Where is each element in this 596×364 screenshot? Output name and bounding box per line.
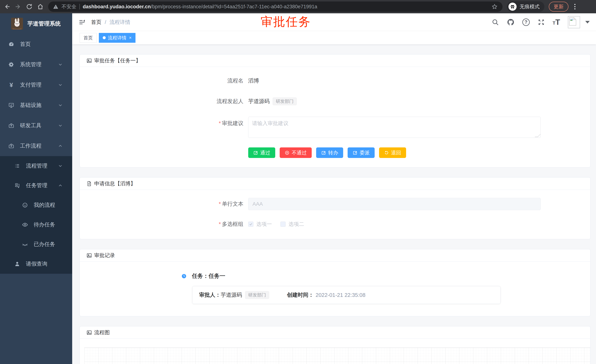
document-icon bbox=[86, 181, 92, 186]
red-annotation: 审批任务 bbox=[261, 14, 311, 30]
breadcrumb-separator: / bbox=[105, 19, 106, 25]
approval-actions: 通过 不通过 转办 委 bbox=[80, 147, 590, 158]
active-dot bbox=[103, 36, 106, 39]
process-name-value: 滔博 bbox=[248, 77, 259, 85]
reject-button[interactable]: 不通过 bbox=[280, 147, 312, 158]
url-path: /bpm/process-instance/detail?id=54aa251f… bbox=[151, 4, 317, 9]
sidebar-collapse-icon[interactable] bbox=[78, 19, 86, 26]
url-host: dashboard.yudao.iocoder.cn bbox=[83, 4, 151, 9]
bpmn-canvas[interactable] bbox=[84, 348, 590, 364]
sidebar-item-infra[interactable]: 基础设施 bbox=[0, 95, 72, 116]
sidebar-item-label: 待办任务 bbox=[34, 221, 55, 228]
sidebar-item-payment[interactable]: ¥ 支付管理 bbox=[0, 75, 72, 95]
sidebar-item-workflow[interactable]: 工作流程 bbox=[0, 136, 72, 156]
briefcase-icon bbox=[8, 143, 15, 149]
checkbox-checked-icon bbox=[248, 222, 253, 227]
chevron-up-icon bbox=[58, 143, 63, 148]
checkbox-group-row: *多选框组 选项一 bbox=[80, 220, 590, 228]
sidebar-logo-row[interactable]: 芋道管理系统 bbox=[0, 13, 72, 34]
suggestion-label: *审批建议 bbox=[80, 117, 243, 127]
top-navbar: 首页 / 流程详情 ? TT bbox=[72, 13, 596, 31]
chevron-down-icon bbox=[58, 62, 63, 67]
back-icon[interactable] bbox=[4, 3, 10, 10]
close-icon[interactable]: × bbox=[129, 35, 132, 40]
delegate-button[interactable]: 委派 bbox=[348, 147, 375, 158]
sidebar-item-home[interactable]: 首页 bbox=[0, 34, 72, 54]
chevron-down-icon bbox=[58, 163, 63, 168]
incognito-icon bbox=[508, 3, 517, 11]
reload-icon[interactable] bbox=[26, 3, 33, 10]
sidebar-item-label: 工作流程 bbox=[20, 142, 41, 150]
avatar-broken-image[interactable] bbox=[568, 16, 580, 28]
toolbox-icon bbox=[8, 123, 15, 129]
card-header: 审批任务【任务一】 bbox=[80, 55, 590, 67]
help-icon[interactable]: ? bbox=[522, 19, 530, 26]
app-logo bbox=[11, 18, 23, 29]
chrome-update-button[interactable]: 更新 bbox=[549, 2, 568, 12]
fullscreen-icon[interactable] bbox=[537, 19, 545, 26]
timeline: 任务：任务一 审批人： 芋道源码 研发部门 创建时间： 2022-01-21 2… bbox=[80, 262, 590, 316]
font-size-icon[interactable]: TT bbox=[553, 19, 560, 26]
home-icon[interactable] bbox=[37, 3, 44, 10]
bookmark-star-icon[interactable] bbox=[492, 4, 498, 10]
url-divider bbox=[79, 4, 80, 9]
card-header: 审批记录 bbox=[80, 249, 590, 262]
gear-icon bbox=[8, 62, 15, 67]
return-button[interactable]: 退回 bbox=[379, 147, 406, 158]
dept-tag: 研发部门 bbox=[245, 291, 269, 299]
approval-record-card: 审批记录 任务：任务一 审批人： 芋道源码 研发部门 bbox=[80, 249, 590, 316]
sidebar-item-task-mgmt[interactable]: 任务管理 bbox=[0, 176, 72, 195]
process-diagram-card: 流程图 bbox=[80, 326, 590, 364]
sidebar-item-devtools[interactable]: 研发工具 bbox=[0, 116, 72, 136]
sidebar-item-label: 请假查询 bbox=[26, 260, 47, 268]
process-name-label: 流程名 bbox=[80, 77, 243, 85]
sidebar-item-label: 任务管理 bbox=[26, 182, 47, 189]
single-line-input[interactable] bbox=[248, 198, 541, 210]
sidebar-item-todo-tasks[interactable]: 待办任务 bbox=[0, 215, 72, 234]
github-icon[interactable] bbox=[507, 18, 514, 26]
breadcrumb-home[interactable]: 首页 bbox=[91, 19, 101, 26]
dept-tag: 研发部门 bbox=[273, 97, 297, 105]
sidebar-item-process-mgmt[interactable]: 流程管理 bbox=[0, 156, 72, 176]
chevron-down-icon bbox=[58, 103, 63, 108]
tab-home[interactable]: 首页 bbox=[80, 33, 97, 43]
sidebar-item-label: 首页 bbox=[20, 41, 31, 48]
dashboard-icon bbox=[8, 41, 15, 47]
sidebar-item-my-process[interactable]: 我的流程 bbox=[0, 195, 72, 215]
chevron-down-icon bbox=[58, 82, 63, 87]
search-icon[interactable] bbox=[492, 19, 499, 26]
card-title: 审批任务【任务一】 bbox=[94, 57, 141, 64]
approve-button[interactable]: 通过 bbox=[248, 147, 275, 158]
breadcrumb: 首页 / 流程详情 bbox=[91, 19, 130, 26]
checkbox-option-1[interactable]: 选项一 bbox=[248, 221, 272, 228]
screen: 不安全 dashboard.yudao.iocoder.cn/bpm/proce… bbox=[0, 0, 596, 364]
forward-icon[interactable] bbox=[15, 3, 22, 10]
suggestion-textarea[interactable] bbox=[248, 117, 541, 138]
person-icon bbox=[14, 261, 21, 267]
sidebar-item-system[interactable]: 系统管理 bbox=[0, 54, 72, 75]
caret-down-icon[interactable] bbox=[585, 21, 590, 23]
initiator-value: 芋道源码 bbox=[248, 98, 270, 105]
picture-icon bbox=[86, 58, 92, 63]
chevron-down-icon bbox=[58, 123, 63, 128]
browser-menu-icon[interactable] bbox=[573, 4, 577, 9]
process-name-row: 流程名 滔博 bbox=[80, 77, 590, 85]
created-time: 2022-01-21 22:35:08 bbox=[316, 292, 365, 298]
text-field-label: *单行文本 bbox=[80, 200, 243, 208]
tab-process-detail[interactable]: 流程详情 × bbox=[99, 33, 135, 43]
sidebar-item-done-tasks[interactable]: 已办任务 bbox=[0, 234, 72, 254]
card-title: 流程图 bbox=[94, 329, 110, 336]
incognito-label: 无痕模式 bbox=[520, 3, 540, 10]
card-header: 申请信息【滔博】 bbox=[80, 178, 590, 190]
sidebar-item-label: 已办任务 bbox=[34, 241, 55, 248]
approver-name: 芋道源码 bbox=[221, 291, 242, 299]
yen-icon: ¥ bbox=[8, 81, 15, 89]
transfer-button[interactable]: 转办 bbox=[316, 147, 343, 158]
sidebar: 芋道管理系统 首页 系统管理 ¥ 支付管理 bbox=[0, 13, 72, 364]
chevron-up-icon bbox=[58, 183, 63, 188]
sidebar-item-leave-query[interactable]: 请假查询 bbox=[0, 254, 72, 274]
checkbox-option-2[interactable]: 选项二 bbox=[280, 221, 304, 228]
picture-icon bbox=[86, 253, 92, 258]
address-bar[interactable]: 不安全 dashboard.yudao.iocoder.cn/bpm/proce… bbox=[48, 1, 503, 12]
sidebar-item-label: 我的流程 bbox=[34, 201, 55, 209]
